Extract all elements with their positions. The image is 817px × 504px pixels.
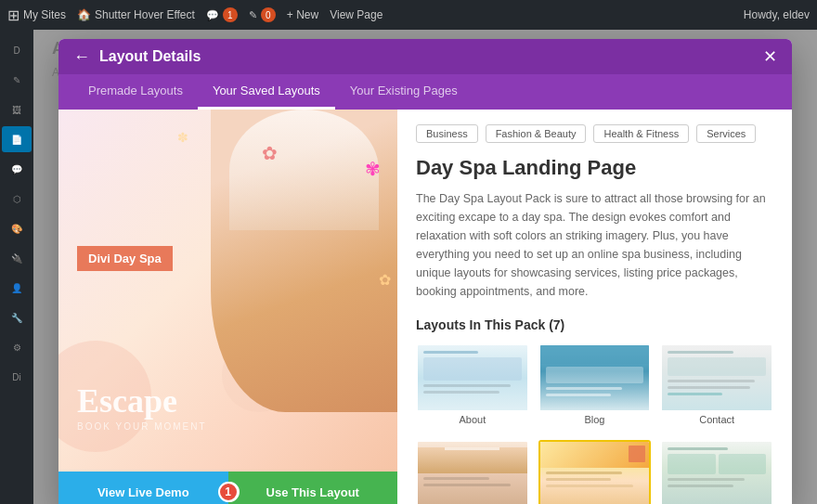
comment-count-item[interactable]: 💬 1 bbox=[206, 7, 238, 22]
spa-towel bbox=[229, 110, 379, 230]
thumb-dayspa-img bbox=[662, 442, 772, 504]
layout-details-modal: ← Layout Details ✕ Premade Layouts Your … bbox=[58, 39, 792, 504]
sidebar-icon-divi[interactable]: Di bbox=[2, 364, 32, 390]
main-layout: D ✎ 🖼 📄 💬 ⬡ 🎨 🔌 👤 🔧 ⚙ Di All Pages Add N… bbox=[0, 30, 817, 504]
view-page-link[interactable]: View Page bbox=[330, 8, 383, 21]
thumb-about-img bbox=[418, 345, 527, 410]
escape-text: Escape bbox=[77, 384, 379, 418]
sidebar-icon-dashboard[interactable]: D bbox=[2, 37, 32, 63]
spa-brand-box: Divi Day Spa bbox=[77, 246, 173, 271]
modal-tabs: Premade Layouts Your Saved Layouts Your … bbox=[58, 74, 792, 110]
tab-saved-layouts[interactable]: Your Saved Layouts bbox=[198, 74, 335, 110]
thumb-blog-label: Blog bbox=[540, 410, 650, 429]
pack-title: Day Spa Landing Page bbox=[416, 156, 773, 180]
layouts-title: Layouts In This Pack (7) bbox=[416, 317, 773, 332]
site-name-label: Shutter Hover Effect bbox=[95, 8, 195, 21]
thumb-home-img bbox=[418, 442, 527, 504]
howdy-label: Howdy, eldev bbox=[744, 8, 810, 21]
modal-title: Layout Details bbox=[99, 48, 754, 65]
comment-badge: 1 bbox=[223, 7, 238, 22]
layout-thumb-about[interactable]: About bbox=[416, 343, 529, 431]
layout-thumb-landing[interactable]: Landing bbox=[538, 440, 652, 504]
spa-subtitle: BOOK YOUR MOMENT bbox=[77, 421, 379, 432]
flower-2: ✾ bbox=[365, 158, 381, 180]
admin-bar: ⊞ My Sites 🏠 Shutter Hover Effect 💬 1 ✎ … bbox=[0, 0, 817, 30]
pack-description: The Day Spa Layout Pack is sure to attra… bbox=[416, 189, 773, 301]
preview-pane: ✿ ✾ ✿ ✽ Divi Day Spa Escape BOOK bbox=[58, 110, 397, 504]
tab-existing-pages[interactable]: Your Existing Pages bbox=[335, 74, 473, 110]
content-area: All Pages Add New ← Layout Details ✕ Pre… bbox=[33, 30, 817, 504]
my-sites-label: My Sites bbox=[23, 8, 66, 21]
back-button[interactable]: ← bbox=[73, 48, 90, 65]
category-tag-health[interactable]: Health & Fitness bbox=[593, 124, 689, 143]
modal-header: ← Layout Details ✕ bbox=[58, 39, 792, 74]
modal-overlay: ← Layout Details ✕ Premade Layouts Your … bbox=[33, 30, 817, 504]
modal-body: ✿ ✾ ✿ ✽ Divi Day Spa Escape BOOK bbox=[58, 110, 792, 504]
sidebar-icon-posts[interactable]: ✎ bbox=[2, 67, 32, 93]
layout-thumb-blog[interactable]: Blog bbox=[538, 343, 652, 431]
spa-brand-label: Divi Day Spa bbox=[88, 252, 162, 265]
info-pane: Business Fashion & Beauty Health & Fitne… bbox=[397, 110, 792, 504]
sidebar-icon-settings[interactable]: ⚙ bbox=[2, 334, 32, 360]
admin-bar-left: ⊞ My Sites 🏠 Shutter Hover Effect 💬 1 ✎ … bbox=[7, 6, 744, 24]
sidebar-icon-users[interactable]: 👤 bbox=[2, 275, 32, 301]
sidebar-icon-pages[interactable]: 📄 bbox=[2, 126, 32, 152]
category-tag-fashion[interactable]: Fashion & Beauty bbox=[486, 124, 587, 143]
draft-badge: 0 bbox=[261, 7, 276, 22]
flower-3: ✿ bbox=[379, 271, 391, 289]
spa-woman-area bbox=[211, 110, 397, 412]
wp-logo-icon: ⊞ bbox=[7, 6, 19, 24]
view-live-demo-button[interactable]: View Live Demo 2 bbox=[58, 472, 228, 504]
category-tag-business[interactable]: Business bbox=[416, 124, 478, 143]
use-badge: 1 bbox=[218, 482, 239, 502]
close-button[interactable]: ✕ bbox=[763, 48, 777, 65]
sidebar-icon-plugins[interactable]: 🔌 bbox=[2, 245, 32, 271]
sidebar-icon-tools[interactable]: 🔧 bbox=[2, 304, 32, 330]
admin-bar-right: Howdy, eldev bbox=[744, 8, 810, 21]
layouts-grid: About Blog bbox=[416, 343, 773, 504]
draft-count-item[interactable]: ✎ 0 bbox=[249, 7, 276, 22]
category-tag-services[interactable]: Services bbox=[696, 124, 756, 143]
sidebar-icon-media[interactable]: 🖼 bbox=[2, 97, 32, 123]
flower-4: ✽ bbox=[177, 130, 188, 145]
sidebar: D ✎ 🖼 📄 💬 ⬡ 🎨 🔌 👤 🔧 ⚙ Di bbox=[0, 30, 33, 504]
thumb-about-label: About bbox=[418, 410, 527, 429]
preview-buttons: View Live Demo 2 1 Use This Layout bbox=[58, 472, 397, 504]
tab-premade-layouts[interactable]: Premade Layouts bbox=[73, 74, 198, 110]
wp-logo-item[interactable]: ⊞ My Sites bbox=[7, 6, 66, 24]
thumb-landing-img bbox=[540, 442, 650, 504]
site-name-item[interactable]: 🏠 Shutter Hover Effect bbox=[77, 8, 195, 21]
sidebar-icon-comments[interactable]: 💬 bbox=[2, 156, 32, 182]
use-this-layout-button[interactable]: 1 Use This Layout bbox=[228, 472, 398, 504]
layout-thumb-contact[interactable]: Contact bbox=[660, 343, 773, 431]
layout-thumb-dayspa[interactable]: Day Spa Servi... bbox=[660, 440, 773, 504]
new-button[interactable]: + New bbox=[287, 8, 318, 21]
layout-thumb-home[interactable]: Home bbox=[416, 440, 529, 504]
sidebar-icon-projects[interactable]: ⬡ bbox=[2, 186, 32, 212]
thumb-blog-img bbox=[540, 345, 650, 410]
thumb-contact-img bbox=[662, 345, 772, 410]
sidebar-icon-appearance[interactable]: 🎨 bbox=[2, 215, 32, 241]
category-tags: Business Fashion & Beauty Health & Fitne… bbox=[416, 124, 773, 143]
flower-1: ✿ bbox=[262, 142, 278, 164]
thumb-contact-label: Contact bbox=[662, 410, 772, 429]
spa-overlay-text: Escape BOOK YOUR MOMENT bbox=[77, 384, 379, 432]
spa-preview: ✿ ✾ ✿ ✽ Divi Day Spa Escape BOOK bbox=[58, 110, 397, 504]
